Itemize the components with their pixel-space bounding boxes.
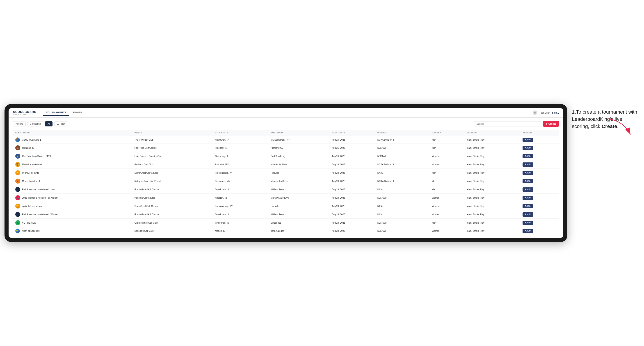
table-row: 🐻 Highland 36 Park Hills Golf Course Fre… [13, 144, 559, 152]
cell-scoring: team, Stroke Play [464, 227, 520, 235]
event-name-text: Klash at Kokopelli [22, 230, 40, 232]
cell-start-date: Aug 26, 2023 [330, 152, 375, 161]
cell-city-state: Oskaloosa, IA [213, 185, 268, 194]
edit-button[interactable]: Edit [522, 138, 533, 142]
cell-hosted-by: Mt. Saint Mary (NY) [268, 136, 330, 144]
filter-button[interactable]: ☰ Filter [54, 121, 67, 126]
col-start-date: START DATE [330, 130, 375, 136]
cell-city-state: Newburgh, NY [213, 136, 268, 144]
settings-icon[interactable]: ⚙ [533, 110, 537, 115]
edit-button[interactable]: Edit [522, 179, 533, 183]
col-city-state: CITY, STATE [213, 130, 268, 136]
cell-start-date: Aug 28, 2023 [330, 194, 375, 202]
cell-gender: Men [430, 219, 464, 227]
cell-hosted-by: William Penn [268, 210, 330, 219]
nav-tournaments[interactable]: TOURNAMENTS [43, 110, 69, 116]
cell-venue: Edmundson Golf Course [132, 185, 213, 194]
edit-button[interactable]: Edit [522, 146, 533, 150]
cell-actions: Edit [520, 202, 559, 210]
brand-name: SCOREBOARD [13, 110, 36, 114]
nav-teams[interactable]: TEAMS [70, 110, 85, 116]
cell-scoring: team, Stroke Play [464, 210, 520, 219]
cell-event-name: 🏆 upike fall invitational [13, 202, 132, 210]
edit-button[interactable]: Edit [522, 221, 533, 225]
cell-actions: Edit [520, 152, 559, 161]
cell-hosted-by: Minnesota State [268, 161, 330, 169]
table-row: ⛳ Klash at Kokopelli Kokopelli Golf Club… [13, 227, 559, 235]
cell-gender: Women [430, 202, 464, 210]
search-input[interactable] [474, 121, 541, 126]
cell-hosted-by: Pikeville [268, 169, 330, 177]
table-row: 🏌 MSMC Qualifying 1 The Powelton Club Ne… [13, 136, 559, 144]
edit-button[interactable]: Edit [522, 163, 533, 167]
event-icon: 🌲 [15, 220, 20, 225]
cell-event-name: 🌲 VU PREVIEW [13, 219, 132, 227]
event-icon: 🏌 [15, 138, 20, 142]
cell-division: NCAA Division III [375, 136, 430, 144]
cell-actions: Edit [520, 194, 559, 202]
edit-button[interactable]: Edit [522, 204, 533, 208]
cell-event-name: 🦊 Morris Invitational [13, 177, 132, 185]
cell-division: NJCAA II [375, 194, 430, 202]
cell-event-name: 🤠 Maverick Invitational [13, 161, 132, 169]
cell-city-state: Hesston, KS [213, 194, 268, 202]
cell-hosted-by: Vincennes [268, 219, 330, 227]
cell-event-name: 🦅 Carl Sandburg Women FA23 [13, 152, 132, 161]
cell-division: NAIA [375, 169, 430, 177]
event-icon: 🐻 [15, 145, 20, 150]
event-icon: 🦅 [15, 154, 20, 159]
cell-venue: The Powelton Club [132, 136, 213, 144]
edit-button[interactable]: Edit [522, 154, 533, 158]
event-name-text: UPIKE Fall Invite [22, 172, 39, 174]
cell-gender: Men [430, 169, 464, 177]
cell-start-date: Aug 28, 2023 [330, 177, 375, 185]
cell-event-name: 🐾 2023 Women's Hesston Fall Kickoff [13, 194, 132, 202]
create-button[interactable]: Create [543, 121, 559, 127]
table-row: 🏆 upike fall invitational StoneCrest Gol… [13, 202, 559, 210]
edit-button[interactable]: Edit [522, 212, 533, 217]
table-row: 🦊 Morris Invitational Ruttger's Bay Lake… [13, 177, 559, 185]
cell-gender: Men [430, 177, 464, 185]
cell-scoring: team, Stroke Play [464, 161, 520, 169]
cell-actions: Edit [520, 227, 559, 235]
cell-start-date: Aug 28, 2023 [330, 219, 375, 227]
cell-city-state: Galesburg, IL [213, 152, 268, 161]
cell-gender: Men [430, 185, 464, 194]
table-row: 🦅 Carl Sandburg Women FA23 Lake Bracken … [13, 152, 559, 161]
cell-venue: Kokopelli Golf Club [132, 227, 213, 235]
edit-button[interactable]: Edit [522, 187, 533, 192]
col-gender: GENDER [430, 130, 464, 136]
toolbar: Hosting Competing All ☰ Filter Create [13, 121, 559, 127]
cell-actions: Edit [520, 210, 559, 219]
cell-city-state: Faribault, MN [213, 161, 268, 169]
cell-start-date: Aug 24, 2023 [330, 136, 375, 144]
event-name-text: 2023 Women's Hesston Fall Kickoff [22, 197, 58, 199]
content-area: Hosting Competing All ☰ Filter Create EV… [8, 118, 563, 238]
sign-out-button[interactable]: Sign... [552, 112, 559, 114]
table-row: 🌲 VU PREVIEW Cypress Hills Golf Club Vin… [13, 219, 559, 227]
edit-button[interactable]: Edit [522, 229, 533, 233]
event-icon: 🏆 [15, 170, 20, 175]
tablet-screen: SCOREBOARD Powered by Clippit TOURNAMENT… [8, 108, 563, 238]
cell-scoring: team, Stroke Play [464, 194, 520, 202]
cell-hosted-by: Pikeville [268, 202, 330, 210]
table-row: 🏆 UPIKE Fall Invite StoneCrest Golf Cour… [13, 169, 559, 177]
edit-button[interactable]: Edit [522, 196, 533, 200]
cell-event-name: 🐻 Highland 36 [13, 144, 132, 152]
competing-filter-button[interactable]: Competing [28, 121, 43, 126]
cell-actions: Edit [520, 161, 559, 169]
main-nav: TOURNAMENTS TEAMS [43, 110, 526, 116]
table-row: ⚔ Fall Statesmen Invitational - Women Ed… [13, 210, 559, 219]
table-header-row: EVENT NAME VENUE CITY, STATE HOSTED BY S… [13, 130, 559, 136]
cell-actions: Edit [520, 136, 559, 144]
hosting-filter-button[interactable]: Hosting [13, 121, 26, 126]
event-icon: ⛳ [15, 229, 20, 233]
cell-gender: Women [430, 194, 464, 202]
brand-logo: SCOREBOARD Powered by Clippit [13, 110, 36, 115]
all-filter-button[interactable]: All [45, 121, 52, 126]
cell-event-name: ⚔ Fall Statesmen Invitational - Men [13, 185, 132, 194]
cell-actions: Edit [520, 169, 559, 177]
cell-hosted-by: Carl Sandburg [268, 152, 330, 161]
edit-button[interactable]: Edit [522, 171, 533, 175]
cell-venue: Faribault Golf Club [132, 161, 213, 169]
